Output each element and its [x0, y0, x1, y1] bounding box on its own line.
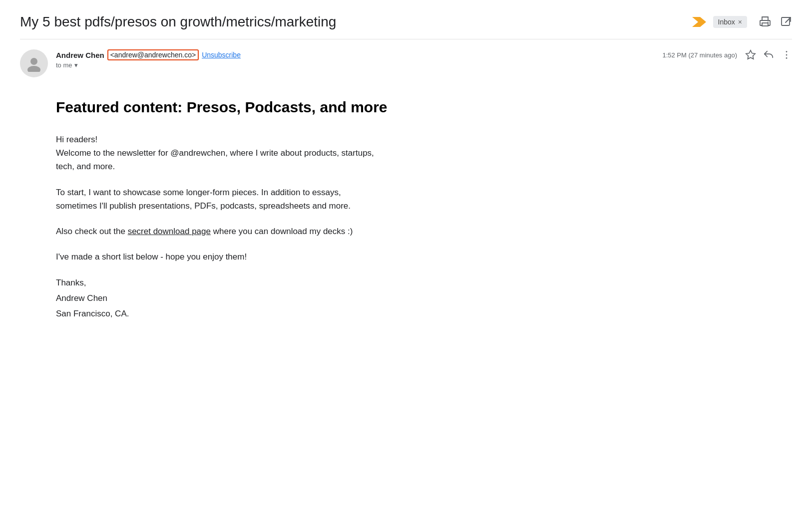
- reply-button[interactable]: [763, 49, 774, 60]
- sender-name-row: Andrew Chen <andrew@andrewchen.co> Unsub…: [56, 49, 654, 60]
- action-icons: [745, 49, 792, 60]
- signature-line3: San Francisco, CA.: [56, 306, 469, 322]
- label-arrow-icon: [692, 15, 706, 29]
- paragraph-2-line2: sometimes I'll publish presentations, PD…: [56, 201, 351, 211]
- sender-meta-right: 1:52 PM (27 minutes ago): [662, 49, 792, 60]
- secret-download-link[interactable]: secret download page: [128, 227, 211, 236]
- signature-line1: Thanks,: [56, 275, 469, 291]
- svg-point-8: [786, 51, 788, 52]
- paragraph-3-before-link: Also check out the: [56, 227, 128, 236]
- inbox-badge-label: Inbox: [718, 18, 735, 26]
- email-subject: My 5 best pdfs/presos on growth/metrics/…: [20, 14, 680, 30]
- sender-avatar: [20, 49, 48, 77]
- sender-row: Andrew Chen <andrew@andrewchen.co> Unsub…: [20, 39, 792, 82]
- sender-email-highlighted: <andrew@andrewchen.co>: [107, 49, 199, 60]
- inbox-badge-close[interactable]: ×: [738, 18, 742, 26]
- sender-to-row: to me ▾: [56, 61, 654, 69]
- paragraph-1: Hi readers! Welcome to the newsletter fo…: [56, 133, 469, 174]
- email-time: 1:52 PM (27 minutes ago): [662, 51, 737, 59]
- to-dropdown-chevron[interactable]: ▾: [74, 61, 78, 69]
- email-headline: Featured content: Presos, Podcasts, and …: [56, 97, 469, 117]
- email-container: My 5 best pdfs/presos on growth/metrics/…: [0, 0, 812, 336]
- svg-point-9: [786, 54, 788, 56]
- paragraph-1-line1: Hi readers!: [56, 135, 97, 144]
- to-label: to me: [56, 61, 72, 69]
- email-header: My 5 best pdfs/presos on growth/metrics/…: [20, 0, 792, 39]
- svg-point-7: [27, 66, 40, 72]
- svg-rect-2: [762, 23, 768, 26]
- paragraph-1-line2: Welcome to the newsletter for @andrewche…: [56, 148, 374, 158]
- open-external-button[interactable]: [780, 16, 792, 28]
- sender-name: Andrew Chen: [56, 51, 104, 59]
- header-icons: [759, 16, 792, 28]
- paragraph-1-line3: tech, and more.: [56, 162, 115, 171]
- svg-point-10: [786, 57, 788, 59]
- more-options-button[interactable]: [781, 49, 792, 60]
- unsubscribe-link[interactable]: Unsubscribe: [202, 51, 241, 59]
- paragraph-2-line1: To start, I want to showcase some longer…: [56, 188, 341, 197]
- star-button[interactable]: [745, 49, 756, 60]
- paragraph-3: Also check out the secret download page …: [56, 225, 469, 238]
- svg-point-6: [30, 58, 37, 65]
- signature-line2: Andrew Chen: [56, 291, 469, 306]
- paragraph-2: To start, I want to showcase some longer…: [56, 186, 469, 213]
- print-button[interactable]: [759, 16, 771, 28]
- paragraph-3-after-link: where you can download my decks :): [211, 227, 353, 236]
- sender-info: Andrew Chen <andrew@andrewchen.co> Unsub…: [56, 49, 654, 69]
- email-body: Featured content: Presos, Podcasts, and …: [20, 82, 469, 336]
- inbox-badge[interactable]: Inbox ×: [713, 16, 747, 28]
- svg-point-3: [768, 21, 769, 22]
- svg-marker-0: [692, 17, 706, 27]
- svg-rect-4: [782, 17, 790, 25]
- email-signature: Thanks, Andrew Chen San Francisco, CA.: [56, 275, 469, 321]
- paragraph-4: I've made a short list below - hope you …: [56, 250, 469, 264]
